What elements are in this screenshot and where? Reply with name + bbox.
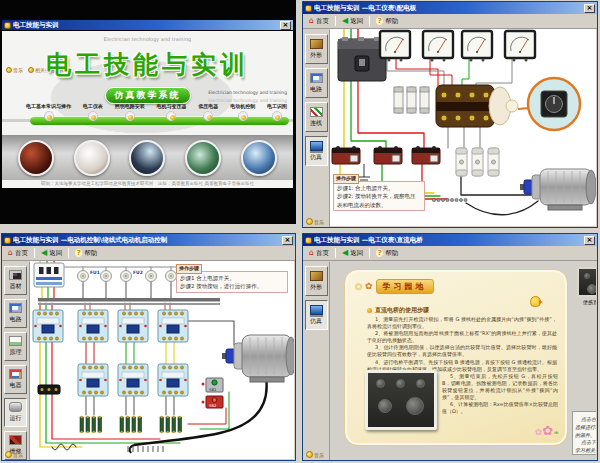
help-icon: ?: [376, 17, 383, 25]
sidebar-button-simulation[interactable]: 仿真: [305, 300, 328, 330]
home-button[interactable]: ⌂首页: [306, 248, 332, 259]
fuse-label: FU2: [133, 270, 143, 275]
simulation-canvas: 操作步骤 步骤1: 合上电源开关。 步骤2: 按动转换开关，观察电压表和电流表的…: [330, 29, 596, 226]
motor[interactable]: [222, 335, 294, 382]
home-icon: ⌂: [8, 249, 13, 257]
help-line: 点击下方按钮可学习相关知识。: [575, 439, 596, 455]
photo-component: [129, 140, 165, 176]
step-paragraph: 2、将被测电阻用短而粗的导线接于面板上标有“RX”的两接线柱上并拧紧，使其处于良…: [367, 330, 557, 344]
menu-knob-icon[interactable]: [125, 111, 135, 121]
menu-knob-icon[interactable]: [44, 111, 54, 121]
help-line: 点击右侧图片可选择进行相应类型的器件。: [575, 416, 596, 439]
box-icon: [310, 39, 323, 49]
english-subtitle: Electrician technology and training: [208, 90, 287, 95]
window-dc-bridge: 电工技能与实训 —电工仪表\直流电桥 × ⌂首页 ◀返回 ?帮助 外形 仿真 ✿…: [302, 233, 598, 461]
changeover-switch[interactable]: [436, 85, 518, 127]
step-line: 步骤1 合上电源开关。: [180, 274, 284, 282]
menu-knob-icon[interactable]: [88, 111, 98, 121]
sidebar-button-simulation[interactable]: 仿真: [305, 136, 328, 166]
toolbar-separator: [34, 248, 35, 258]
menu-knob-icon[interactable]: [238, 111, 248, 121]
sidebar-button-circuit[interactable]: 电路: [305, 68, 328, 98]
menu-item-lowvoltage[interactable]: 低压电器: [198, 103, 218, 121]
flower-decoration: ✿✿❧: [535, 420, 559, 439]
main-title: 电工技能与实训: [2, 48, 293, 81]
music-icon: [306, 451, 313, 458]
help-icon: ?: [376, 249, 383, 257]
close-icon[interactable]: ×: [584, 4, 595, 13]
back-button[interactable]: ◀返回: [339, 248, 366, 259]
toolbar-separator: [68, 248, 69, 258]
window-title: 电工技能与实训 —电工仪表\直流电桥: [314, 236, 582, 245]
titlebar[interactable]: 电工技能与实训 —电工仪表\配电板 ×: [303, 2, 597, 14]
sidebar-button-wiring[interactable]: 连线: [305, 102, 328, 132]
menu-item-drawings[interactable]: 电工识图: [267, 103, 287, 121]
circuit-breaker[interactable]: [338, 37, 386, 81]
computer-icon: [310, 141, 323, 151]
steps-text-block: 5、测量结束后，先松开按钮 G，再松开按钮 B，切断电源。拆除被测电阻，记录数据…: [442, 373, 558, 416]
close-icon[interactable]: ×: [282, 236, 293, 245]
circuit-icon: [310, 73, 323, 83]
bridge-photo: [365, 370, 437, 430]
sidebar-button-appearance[interactable]: 外形: [305, 266, 328, 296]
step-line: 步骤2 按动按钮，进行运行操作。: [180, 282, 284, 290]
button-label: SB1: [209, 387, 217, 392]
menu-item-basics[interactable]: 电工基本常识与操作: [26, 103, 71, 121]
fuse-cartridges[interactable]: [394, 87, 429, 113]
close-icon[interactable]: ×: [584, 236, 595, 245]
back-button[interactable]: ◀返回: [38, 248, 65, 259]
bridge-thumbnail-image[interactable]: [577, 267, 596, 297]
pushbutton-station[interactable]: SB1 SB2: [202, 378, 224, 408]
titlebar[interactable]: 电工技能与实训 —电动机控制\绕线式电动机启动控制 ×: [2, 234, 295, 246]
circuit-breaker[interactable]: [34, 263, 64, 287]
contactor-row-1[interactable]: [33, 310, 188, 342]
music-button[interactable]: 音乐: [306, 218, 324, 225]
plug-icon: [9, 270, 22, 280]
flower-icon: ✿: [365, 282, 373, 291]
card-header-tab: 学习园地: [376, 279, 434, 294]
sidebar-button-appearance[interactable]: 外形: [305, 34, 328, 64]
home-button[interactable]: ⌂首页: [5, 248, 31, 259]
back-button[interactable]: ◀返回: [339, 16, 366, 27]
panel-meters[interactable]: [380, 31, 535, 62]
sidebar-button-run[interactable]: 运行: [4, 398, 27, 427]
app-icon: [4, 22, 11, 29]
computer-icon: [310, 305, 323, 315]
help-button[interactable]: ?帮助: [373, 16, 401, 27]
window-title: 电工技能与实训 —电动机控制\绕线式电动机启动控制: [13, 236, 280, 245]
ring-icon: [355, 283, 362, 290]
menu-item-motor-transformer[interactable]: 电机与变压器: [156, 103, 186, 121]
sidebar-button-equipment[interactable]: 器材: [4, 266, 27, 295]
app-icon: [4, 237, 11, 244]
photo-wires: [18, 140, 54, 176]
current-transformers[interactable]: [332, 146, 440, 164]
close-icon[interactable]: ×: [280, 21, 291, 30]
contactor-row-2[interactable]: [78, 364, 188, 396]
home-button[interactable]: ⌂首页: [306, 16, 332, 27]
sidebar-button-circuit[interactable]: 电路: [4, 299, 27, 328]
menu-knob-icon[interactable]: [203, 111, 213, 121]
music-button[interactable]: 音乐: [5, 451, 23, 458]
motor[interactable]: [520, 169, 596, 210]
duck-icon: [530, 296, 541, 307]
view-sidebar: 外形 仿真: [303, 262, 330, 460]
sidebar-button-principle[interactable]: 原理: [4, 332, 27, 361]
help-button[interactable]: ?帮助: [373, 248, 401, 259]
document-icon: [9, 336, 22, 346]
menu-knob-icon[interactable]: [272, 111, 282, 121]
menu-item-motor-control[interactable]: 电动机控制: [230, 103, 255, 121]
menu-knob-icon[interactable]: [166, 111, 176, 121]
titlebar[interactable]: 电工技能与实训 —电工仪表\直流电桥 ×: [303, 234, 597, 246]
fuse-label: FU1: [90, 270, 100, 275]
help-button[interactable]: ?帮助: [72, 248, 100, 259]
sidebar-button-devices[interactable]: 电器: [4, 365, 27, 394]
menu-item-lighting[interactable]: 照明电路安装: [115, 103, 145, 121]
magnifier-callout: [518, 78, 580, 130]
fuse-holders[interactable]: [456, 148, 499, 176]
step-paragraph: 5、测量结束后，先松开按钮 G，再松开按钮 B，切断电源。拆除被测电阻，记录数据…: [442, 373, 558, 401]
step-paragraph: 6、计算被测电阻：Rx=比值臂倍率×比较臂总阻值（Ω）。: [442, 401, 558, 415]
titlebar[interactable]: 电工技能与实训 ×: [2, 20, 293, 30]
music-button[interactable]: 音乐: [306, 451, 324, 458]
menu-item-instruments[interactable]: 电工仪表: [83, 103, 103, 121]
device-thumbnail[interactable]: 便携直流电桥: [575, 267, 596, 305]
